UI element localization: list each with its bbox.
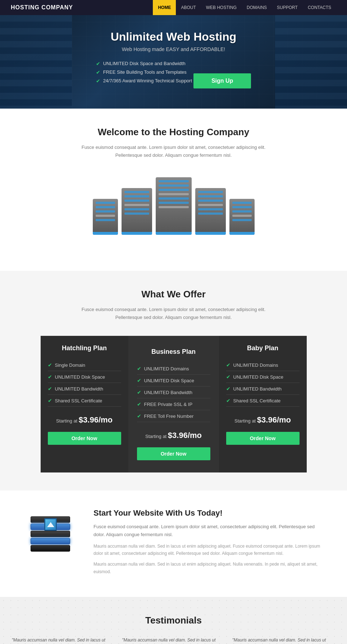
plan-feature: ✔Single Domain: [48, 359, 121, 371]
plan-feature: ✔FREE Toll Free Number: [137, 410, 210, 422]
start-title: Start Your Website With Us Today!: [93, 508, 325, 518]
check-icon: ✔: [96, 61, 100, 67]
testimonial-text: "Mauris accumsan nulla vel diam. Sed in …: [232, 637, 335, 644]
hero-feature: ✔24/7/365 Award Winning Technical Suppor…: [96, 77, 192, 85]
order-button[interactable]: Order Now: [48, 432, 121, 445]
plan-price: Starting at $3.96/mo: [226, 415, 300, 425]
check-icon: ✔: [96, 69, 100, 75]
testimonial-item-1: "Mauris accumsan nulla vel diam. Sed in …: [122, 637, 225, 644]
plans-container: Hatchling Plan ✔Single Domain✔UNLIMITED …: [41, 336, 307, 472]
start-icon: [22, 508, 79, 566]
check-icon: ✔: [137, 413, 141, 419]
nav-item-about[interactable]: ABOUT: [176, 0, 201, 15]
plan-name: Baby Plan: [226, 344, 300, 352]
plan-feature: ✔FREE Private SSL & IP: [137, 398, 210, 410]
plan-name: Hatchling Plan: [48, 344, 121, 352]
server-image: [102, 174, 246, 238]
testimonial-item-0: "Mauris accumsan nulla vel diam. Sed in …: [12, 637, 115, 644]
check-icon: ✔: [226, 374, 230, 380]
start-paragraphs: Fusce euismod consequat ante. Lorem ipsu…: [93, 523, 325, 575]
offer-description: Fusce euismod consequat ante. Lorem ipsu…: [80, 306, 267, 321]
offer-section: What We Offer Fusce euismod consequat an…: [0, 271, 347, 490]
start-paragraph-2: Mauris accumsan nulla vel diam. Sed in l…: [93, 561, 325, 575]
check-icon: ✔: [48, 398, 52, 403]
plan-feature-list: ✔UNLIMITED Domains✔UNLIMITED Disk Space✔…: [226, 359, 300, 407]
plan-feature: ✔UNLIMITED Bandwidth: [48, 383, 121, 395]
hero-content: Unlimited Web Hosting Web Hosting made E…: [96, 30, 251, 94]
start-text: Start Your Website With Us Today! Fusce …: [93, 508, 325, 579]
check-icon: ✔: [226, 398, 230, 403]
nav-item-contacts[interactable]: CONTACTS: [303, 0, 336, 15]
check-icon: ✔: [48, 386, 52, 392]
check-icon: ✔: [48, 374, 52, 380]
plan-feature: ✔UNLIMITED Bandwidth: [137, 387, 210, 398]
plan-2: Baby Plan ✔UNLIMITED Domains✔UNLIMITED D…: [219, 336, 307, 472]
plan-feature: ✔Shared SSL Certificate: [48, 395, 121, 407]
check-icon: ✔: [96, 78, 100, 84]
hero-feature: ✔UNLIMITED Disk Space and Bandwidth: [96, 59, 192, 68]
site-logo: HOSTING COMPANY: [11, 4, 153, 11]
signup-button[interactable]: Sign Up: [193, 73, 251, 88]
check-icon: ✔: [226, 386, 230, 392]
testimonials-title: Testimonials: [11, 615, 336, 626]
start-section: Start Your Website With Us Today! Fusce …: [0, 490, 347, 597]
nav-item-support[interactable]: SUPPORT: [272, 0, 303, 15]
plan-price: Starting at $3.96/mo: [137, 431, 210, 440]
check-icon: ✔: [226, 362, 230, 368]
start-paragraph-0: Fusce euismod consequat ante. Lorem ipsu…: [93, 523, 325, 539]
check-icon: ✔: [48, 362, 52, 368]
check-icon: ✔: [137, 378, 141, 383]
hero-section: Unlimited Web Hosting Web Hosting made E…: [0, 15, 347, 109]
order-button[interactable]: Order Now: [137, 447, 210, 460]
navbar: HOSTING COMPANY HOMEABOUTWEB HOSTINGDOMA…: [0, 0, 347, 15]
check-icon: ✔: [137, 389, 141, 395]
welcome-title: Welcome to the Hosting Company: [7, 127, 340, 138]
plan-feature-list: ✔UNLIMITED Domains✔UNLIMITED Disk Space✔…: [137, 363, 210, 422]
hero-servers-right: [275, 15, 347, 109]
nav-item-home[interactable]: HOME: [153, 0, 176, 15]
welcome-description: Fusce euismod consequat ante. Lorem ipsu…: [80, 143, 267, 159]
plan-price: Starting at $3.96/mo: [48, 415, 121, 425]
plan-feature-list: ✔Single Domain✔UNLIMITED Disk Space✔UNLI…: [48, 359, 121, 407]
plan-feature: ✔UNLIMITED Domains: [137, 363, 210, 375]
hero-servers-left: [0, 15, 72, 109]
hero-title: Unlimited Web Hosting: [96, 30, 251, 44]
nav-item-domains[interactable]: DOMAINS: [242, 0, 272, 15]
check-icon: ✔: [137, 366, 141, 371]
start-paragraph-1: Mauris accumsan nulla vel diam. Sed in l…: [93, 543, 325, 557]
testimonial-text: "Mauris accumsan nulla vel diam. Sed in …: [12, 637, 115, 644]
nav-item-web-hosting[interactable]: WEB HOSTING: [201, 0, 242, 15]
plan-1: Business Plan ✔UNLIMITED Domains✔UNLIMIT…: [128, 336, 219, 472]
testimonial-item-2: "Mauris accumsan nulla vel diam. Sed in …: [232, 637, 335, 644]
testimonial-grid: "Mauris accumsan nulla vel diam. Sed in …: [12, 637, 335, 644]
order-button[interactable]: Order Now: [226, 432, 300, 445]
hero-feature: ✔FREE Site Building Tools and Templates: [96, 68, 192, 77]
plan-feature: ✔UNLIMITED Disk Space: [226, 371, 300, 383]
hero-subtitle: Web Hosting made EASY and AFFORDABLE!: [96, 46, 251, 52]
welcome-section: Welcome to the Hosting Company Fusce eui…: [0, 109, 347, 271]
testimonials-section: Testimonials "Mauris accumsan nulla vel …: [0, 597, 347, 644]
offer-title: What We Offer: [7, 289, 340, 300]
plan-feature: ✔UNLIMITED Domains: [226, 359, 300, 371]
plan-feature: ✔UNLIMITED Disk Space: [48, 371, 121, 383]
plan-0: Hatchling Plan ✔Single Domain✔UNLIMITED …: [41, 336, 128, 472]
plan-feature: ✔UNLIMITED Bandwidth: [226, 383, 300, 395]
nav-menu: HOMEABOUTWEB HOSTINGDOMAINSSUPPORTCONTAC…: [153, 0, 336, 15]
check-icon: ✔: [137, 401, 141, 407]
plan-name: Business Plan: [137, 348, 210, 356]
testimonial-text: "Mauris accumsan nulla vel diam. Sed in …: [122, 637, 225, 644]
plan-feature: ✔Shared SSL Certificate: [226, 395, 300, 407]
plan-feature: ✔UNLIMITED Disk Space: [137, 375, 210, 387]
hero-feature-list: ✔UNLIMITED Disk Space and Bandwidth✔FREE…: [96, 59, 192, 85]
